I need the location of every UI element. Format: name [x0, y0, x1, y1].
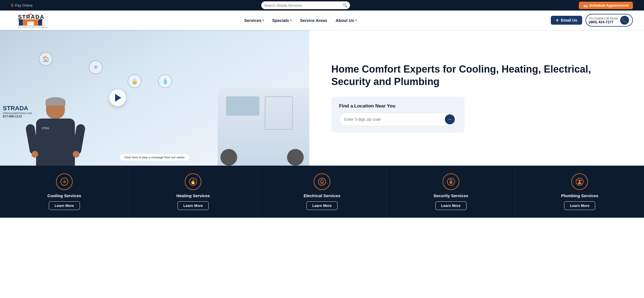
hero-section: 🏠 ❄ 🔒 💧 STRADA STRADA STRADASERVICES.COM… [0, 30, 644, 166]
service-electrical: Electrical Services Learn More [258, 166, 387, 218]
electrical-learn-more-button[interactable]: Learn More [306, 201, 338, 210]
pay-online-link[interactable]: $ Pay Online [11, 3, 32, 7]
plane-icon: ✈ [556, 18, 559, 22]
security-icon-circle [443, 173, 459, 190]
location-finder: Find a Location Near You → [331, 97, 465, 133]
plumbing-name: Plumbing Services [561, 193, 598, 198]
nav-about-label: About Us [336, 18, 354, 23]
heating-learn-more-label: Learn More [183, 204, 203, 208]
cooling-name: Cooling Services [47, 193, 81, 198]
cooling-icon: ❄ [60, 178, 69, 186]
services-chevron-icon: ▾ [262, 19, 264, 22]
zip-input[interactable] [344, 117, 445, 122]
electrical-learn-more-label: Learn More [312, 204, 332, 208]
man-arm-left [25, 124, 39, 155]
email-us-button[interactable]: ✈ Email Us [551, 16, 582, 25]
heating-icon-circle: 🔥 [185, 173, 201, 190]
svg-rect-4 [38, 19, 42, 25]
service-plumbing: Plumbing Services Learn More [515, 166, 644, 218]
dollar-icon: $ [11, 3, 13, 7]
service-security: Security Services Learn More [387, 166, 516, 218]
security-name: Security Services [433, 193, 468, 198]
top-bar: $ Pay Online 🔍 📅 Schedule Appointment [0, 0, 644, 11]
service-cooling: ❄ Cooling Services Learn More [0, 166, 129, 218]
nav-specials[interactable]: Specials ▾ [272, 18, 291, 23]
call-button[interactable]: You Oughta Call Strada (865) 424-7277 📞 [585, 14, 633, 27]
svg-rect-21 [579, 180, 581, 181]
owner-caption-text: Click here to play a message from our ow… [124, 156, 185, 159]
plumbing-learn-more-label: Learn More [570, 204, 589, 208]
search-bar[interactable]: 🔍 [261, 1, 350, 9]
search-input[interactable] [264, 3, 343, 7]
nav-service-areas[interactable]: Service Areas [300, 18, 327, 23]
strada-phone: 877-906-1113 [3, 115, 32, 118]
svg-text:🔥: 🔥 [190, 179, 196, 184]
pay-online-label: Pay Online [15, 3, 33, 7]
zip-form: → [339, 113, 457, 126]
search-icon: 🔍 [343, 3, 347, 7]
main-nav: STRADA AIR CONDITIONING HEATING ELECTRIC… [0, 11, 644, 30]
arrow-icon: → [448, 117, 452, 122]
strada-side-info: STRADA STRADASERVICES.COM 877-906-1113 [3, 105, 32, 118]
heating-learn-more-button[interactable]: Learn More [178, 201, 209, 210]
svg-rect-3 [19, 19, 23, 25]
nav-services[interactable]: Services ▾ [244, 18, 264, 23]
nav-about-us[interactable]: About Us ▾ [336, 18, 357, 23]
services-bar: ❄ Cooling Services Learn More 🔥 Heating … [0, 166, 644, 218]
email-btn-label: Email Us [561, 18, 577, 22]
nav-services-label: Services [244, 18, 262, 23]
zip-submit-button[interactable]: → [445, 114, 455, 124]
call-text: You Oughta Call Strada (865) 424-7277 [589, 17, 618, 24]
hero-content: Home Comfort Experts for Cooling, Heatin… [309, 30, 644, 166]
calendar-icon: 📅 [583, 3, 588, 7]
service-heating: 🔥 Heating Services Learn More [129, 166, 258, 218]
schedule-btn-label: Schedule Appointment [589, 3, 628, 7]
man-body [36, 119, 75, 166]
heating-name: Heating Services [176, 193, 210, 198]
hero-headline-text: Home Comfort Experts for Cooling, Heatin… [331, 63, 591, 87]
call-label: You Oughta Call Strada [589, 17, 618, 20]
nav-service-areas-label: Service Areas [300, 18, 327, 23]
security-learn-more-button[interactable]: Learn More [435, 201, 466, 210]
phone-icon: 📞 [622, 18, 627, 23]
cooling-learn-more-button[interactable]: Learn More [49, 201, 80, 210]
about-chevron-icon: ▾ [355, 19, 357, 22]
man-arm-right [72, 124, 86, 155]
play-button[interactable] [109, 89, 126, 106]
man-hair [45, 97, 65, 106]
svg-text:STRADA: STRADA [18, 14, 44, 20]
cooling-icon-circle: ❄ [56, 173, 73, 190]
schedule-appointment-button[interactable]: 📅 Schedule Appointment [579, 2, 633, 9]
svg-rect-22 [579, 181, 580, 182]
svg-text:❄: ❄ [62, 179, 66, 184]
owner-caption[interactable]: Click here to play a message from our ow… [120, 154, 189, 161]
phone-icon-circle: 📞 [620, 16, 629, 25]
security-icon [447, 178, 455, 186]
plumbing-icon-circle [571, 173, 588, 190]
heating-icon: 🔥 [189, 178, 197, 186]
electrical-name: Electrical Services [304, 193, 341, 198]
svg-point-12 [318, 178, 326, 185]
logo[interactable]: STRADA AIR CONDITIONING HEATING ELECTRIC… [11, 13, 50, 28]
svg-text:ELECTRIC  SECURITY  PLUMBING: ELECTRIC SECURITY PLUMBING [18, 27, 48, 28]
hero-image-area: 🏠 ❄ 🔒 💧 STRADA STRADA STRADASERVICES.COM… [0, 30, 309, 166]
security-learn-more-label: Learn More [441, 204, 461, 208]
call-number: (865) 424-7277 [589, 20, 618, 24]
cooling-learn-more-label: Learn More [55, 204, 74, 208]
strada-url: STRADASERVICES.COM [3, 112, 32, 115]
logo-svg: STRADA AIR CONDITIONING HEATING ELECTRIC… [11, 13, 50, 28]
location-title: Find a Location Near You [339, 103, 457, 109]
nav-actions: ✈ Email Us You Oughta Call Strada (865) … [551, 14, 633, 27]
plumbing-icon [575, 178, 584, 186]
plumbing-learn-more-button[interactable]: Learn More [564, 201, 595, 210]
specials-chevron-icon: ▾ [290, 19, 291, 22]
van-window [226, 96, 259, 116]
electrical-icon [318, 178, 326, 186]
van-door: STRADA [265, 96, 293, 130]
hero-headline: Home Comfort Experts for Cooling, Heatin… [331, 63, 627, 88]
man-hand-right [72, 150, 80, 158]
man-hand-left [31, 150, 39, 158]
svg-point-19 [450, 182, 451, 183]
nav-links: Services ▾ Specials ▾ Service Areas Abou… [244, 18, 357, 23]
strada-name: STRADA [3, 105, 32, 112]
